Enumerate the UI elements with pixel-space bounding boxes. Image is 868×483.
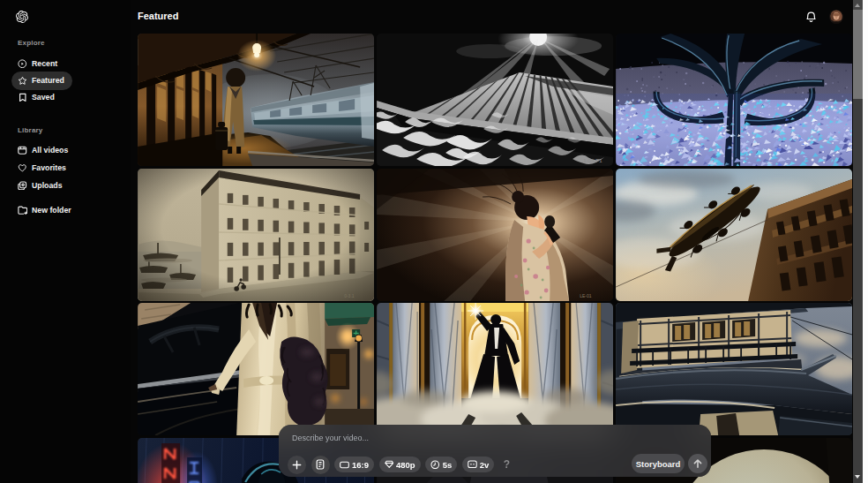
svg-text:1-05-P1: 1-05-P1 — [583, 158, 602, 163]
svg-text:0-3.1: 0-3.1 — [344, 293, 355, 298]
svg-text:LE-01: LE-01 — [580, 293, 592, 298]
